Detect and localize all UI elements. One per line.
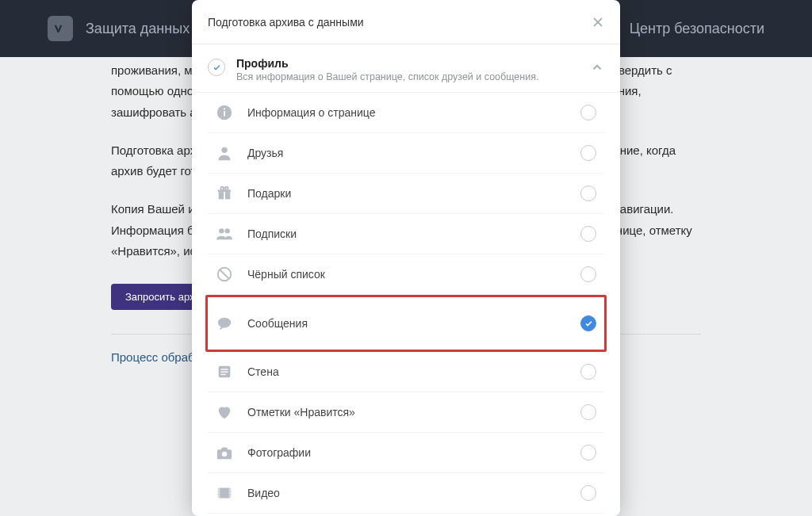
option-label: Видео (247, 487, 566, 499)
svg-point-21 (218, 490, 219, 491)
archive-modal: Подготовка архива с данными Профиль Вся … (192, 0, 620, 516)
option-radio[interactable] (580, 485, 596, 501)
option-label: Стена (247, 365, 566, 378)
section-check-icon (208, 59, 225, 76)
section-profile-row[interactable]: Профиль Вся информация о Вашей странице,… (192, 44, 620, 93)
option-label: Подарки (247, 187, 566, 200)
section-title: Профиль (236, 57, 579, 70)
svg-rect-16 (220, 374, 225, 375)
option-radio[interactable] (580, 105, 596, 120)
svg-rect-15 (220, 372, 228, 373)
svg-point-7 (220, 187, 224, 190)
block-icon (216, 266, 233, 283)
close-icon[interactable] (592, 16, 604, 29)
option-label: Подписки (247, 227, 566, 240)
svg-point-23 (218, 495, 219, 496)
svg-point-10 (224, 229, 229, 234)
chat-icon (216, 315, 233, 332)
option-row-camera[interactable]: Фотографии (208, 433, 604, 473)
chevron-up-icon (590, 60, 604, 75)
option-label: Сообщения (247, 317, 566, 330)
option-row-gift[interactable]: Подарки (208, 174, 604, 214)
svg-point-17 (222, 452, 227, 457)
option-row-person[interactable]: Друзья (208, 133, 604, 174)
section-description: Вся информация о Вашей странице, список … (236, 71, 579, 82)
modal-header: Подготовка архива с данными (192, 0, 620, 44)
option-row-info[interactable]: Информация о странице (208, 93, 604, 133)
svg-rect-4 (219, 193, 224, 200)
modal-title: Подготовка архива с данными (208, 16, 364, 29)
option-radio[interactable] (580, 364, 596, 380)
svg-point-25 (229, 493, 230, 494)
option-label: Фотографии (247, 446, 566, 459)
option-row-people[interactable]: Подписки (208, 214, 604, 254)
option-radio[interactable] (580, 145, 596, 161)
option-radio[interactable] (580, 185, 596, 201)
option-radio[interactable] (580, 226, 596, 242)
svg-point-8 (225, 187, 228, 190)
info-icon (216, 104, 233, 121)
svg-rect-2 (224, 109, 225, 110)
option-list: Информация о страницеДрузьяПодаркиПодпис… (192, 93, 620, 516)
svg-rect-5 (225, 193, 230, 200)
svg-rect-14 (220, 369, 228, 370)
svg-rect-6 (218, 190, 232, 193)
option-label: Чёрный список (247, 268, 566, 281)
option-radio[interactable] (580, 445, 596, 461)
option-label: Отметки «Нравится» (247, 406, 566, 419)
option-radio[interactable] (580, 315, 596, 331)
option-label: Информация о странице (247, 106, 566, 119)
header-security-link[interactable]: Центр безопасности (630, 21, 764, 37)
camera-icon (216, 444, 233, 461)
gift-icon (216, 185, 233, 202)
option-row-chat[interactable]: Сообщения (205, 295, 607, 352)
svg-point-22 (218, 493, 219, 494)
svg-point-3 (221, 147, 227, 153)
heart-icon (216, 403, 233, 421)
person-icon (216, 144, 233, 162)
svg-point-12 (218, 318, 232, 328)
svg-rect-1 (224, 112, 225, 117)
svg-point-24 (229, 490, 230, 491)
option-radio[interactable] (580, 266, 596, 282)
option-radio[interactable] (580, 404, 596, 420)
video-icon (216, 484, 233, 502)
wall-icon (216, 363, 233, 380)
header-section-title: Защита данных (86, 21, 190, 37)
option-row-heart[interactable]: Отметки «Нравится» (208, 392, 604, 433)
option-row-wall[interactable]: Стена (208, 352, 604, 392)
vk-logo[interactable] (48, 16, 73, 41)
svg-point-9 (219, 229, 224, 234)
option-label: Друзья (247, 147, 566, 159)
people-icon (216, 225, 233, 243)
option-row-block[interactable]: Чёрный список (208, 254, 604, 295)
svg-point-26 (229, 495, 230, 496)
option-row-video[interactable]: Видео (208, 473, 604, 514)
